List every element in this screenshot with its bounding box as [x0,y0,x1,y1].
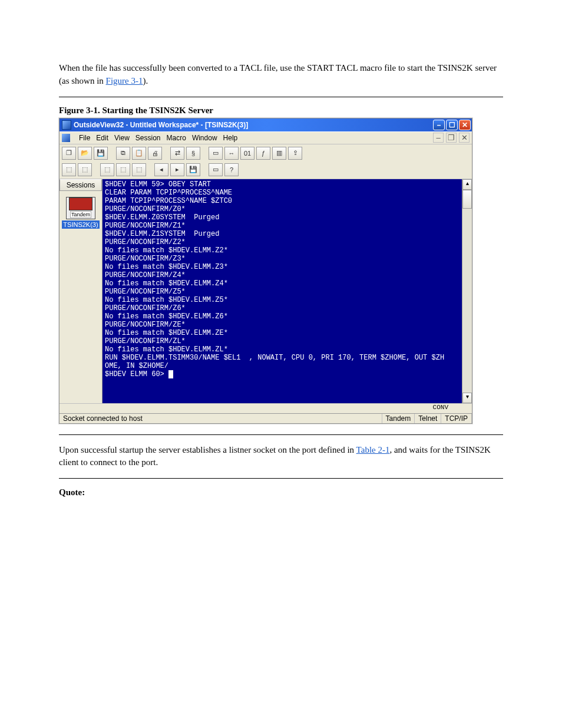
window-maximize-button[interactable]: ☐ [446,120,458,130]
sessions-header[interactable]: Sessions [59,179,102,191]
open-icon[interactable]: 📂 [78,147,92,160]
figure-caption: Figure 3-1. Starting the TSINS2K Server [59,106,503,116]
mode-indicator: CONV [59,403,472,413]
copy-icon[interactable]: ⧉ [116,147,130,160]
session-icon-c[interactable]: ⬚ [100,163,114,176]
scroll-up-icon[interactable]: ▴ [462,179,472,190]
screen-icon[interactable]: ▭ [209,147,223,160]
session-icon-label: Tandem [70,211,91,218]
session-thumbnail[interactable]: Tandem [66,197,95,219]
transfer-icon[interactable]: ↔ [224,147,239,160]
nav-right-icon[interactable]: ▸ [170,163,184,176]
session-name[interactable]: TSINS2K(3) [62,220,100,229]
disk-icon[interactable]: 💾 [186,163,200,176]
paste-icon[interactable]: 📋 [132,147,146,160]
menu-file[interactable]: File [79,134,90,142]
rule-above-figure [59,97,503,97]
window-icon[interactable]: ▭ [209,163,223,176]
intro-text-tail: ). [143,76,148,85]
window-minimize-button[interactable]: – [433,120,445,130]
table-ref-link[interactable]: Table 2-1 [356,445,390,454]
main-area: Sessions Tandem TSINS2K(3) $HDEV ELMM 59… [59,179,472,403]
rule-before-quote [59,478,503,479]
binary-icon[interactable]: 01 [240,147,254,160]
figure-ref-link[interactable]: Figure 3-1 [106,76,143,85]
menu-bar: File Edit View Session Macro Window Help… [59,131,472,144]
mdi-minimize-button[interactable]: – [433,133,444,143]
function-icon[interactable]: ƒ [256,147,270,160]
quote-heading: Quote: [59,487,85,497]
session-icon-a[interactable]: ⬚ [62,163,76,176]
figure-title: Starting the TSINS2K Server [102,106,213,115]
terminal-icon [69,197,92,210]
mdi-buttons: – ❐ ✕ [433,133,470,143]
document-icon [62,134,70,142]
app-window: OutsideView32 - Untitled Workspace* - [T… [59,118,472,424]
menu-view[interactable]: View [114,134,130,142]
send-icon[interactable]: ⇪ [288,147,302,160]
status-protocol: Telnet [415,414,441,423]
status-bar: Socket connected to host Tandem Telnet T… [59,413,472,423]
menu-session[interactable]: Session [135,134,161,142]
mdi-restore-button[interactable]: ❐ [446,133,457,143]
scroll-thumb[interactable] [462,190,472,209]
app-icon [62,120,71,130]
intro-paragraph: When the file has successfully been conv… [59,62,503,88]
new-icon[interactable]: ❐ [62,147,76,160]
settings-icon[interactable]: § [186,147,200,160]
menu-window[interactable]: Window [192,134,217,142]
print-icon[interactable]: 🖨 [148,147,162,160]
help-icon[interactable]: ? [224,163,239,176]
session-icon-d[interactable]: ⬚ [116,163,130,176]
connect-icon[interactable]: ⇄ [170,147,184,160]
figure-number: Figure 3-1. [59,106,100,115]
nav-left-icon[interactable]: ◂ [154,163,168,176]
rule-under-figure [59,434,503,435]
mdi-close-button[interactable]: ✕ [459,133,470,143]
cursor [168,370,173,378]
window-close-button[interactable]: ✕ [459,120,471,130]
session-icon-e[interactable]: ⬚ [132,163,146,176]
status-network: TCP/IP [441,414,472,423]
sessions-pane: Sessions Tandem TSINS2K(3) [59,179,103,403]
scroll-down-icon[interactable]: ▾ [462,393,472,403]
save-icon[interactable]: 💾 [94,147,108,160]
scrollbar[interactable]: ▴ ▾ [462,179,472,403]
terminal-view[interactable]: $HDEV ELMM 59> OBEY START CLEAR PARAM TC… [103,179,462,403]
status-message: Socket connected to host [59,414,382,423]
scroll-track[interactable] [462,190,472,393]
menu-edit[interactable]: Edit [96,134,108,142]
status-terminal-type: Tandem [382,414,415,423]
menu-help[interactable]: Help [223,134,238,142]
titlebar[interactable]: OutsideView32 - Untitled Workspace* - [T… [59,118,472,131]
after-text-pre: Upon successful startup the server estab… [59,445,356,454]
session-icon-b[interactable]: ⬚ [78,163,92,176]
terminal-wrap: $HDEV ELMM 59> OBEY START CLEAR PARAM TC… [103,179,472,403]
menu-macro[interactable]: Macro [167,134,186,142]
window-title: OutsideView32 - Untitled Workspace* - [T… [74,121,248,129]
toolbar: ❐ 📂 💾 ⧉ 📋 🖨 ⇄ § ▭ ↔ 01 ƒ ▥ ⇪ ⬚ ⬚ ⬚ ⬚ ⬚ ◂… [59,144,472,179]
after-paragraph: Upon successful startup the server estab… [59,444,503,470]
tools-icon[interactable]: ▥ [272,147,286,160]
